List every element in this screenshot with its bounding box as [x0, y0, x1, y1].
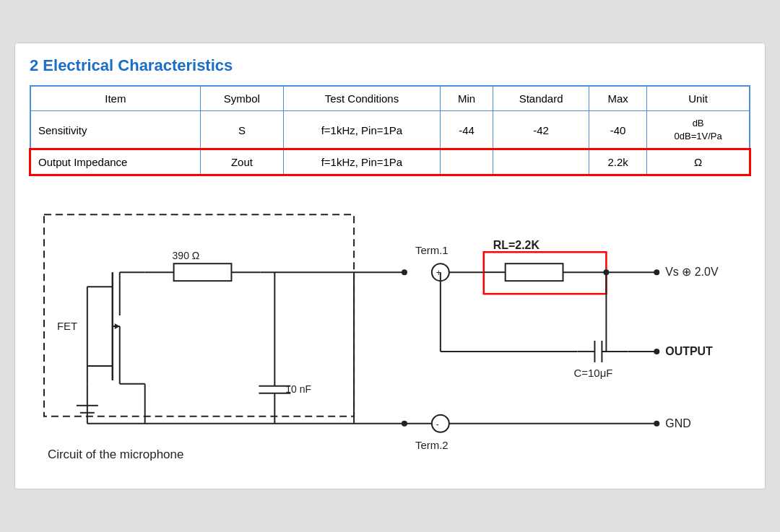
term1-label: Term.1 [415, 244, 448, 256]
fet-label: FET [57, 320, 77, 332]
term2-label: Term.2 [415, 439, 448, 451]
col-header-max: Max [589, 86, 647, 111]
row1-conditions: f=1kHz, Pin=1Pa [284, 110, 441, 149]
row2-item: Output Impedance [30, 149, 200, 175]
output-label: OUTPUT [665, 345, 713, 357]
table-row-highlighted: Output Impedance Zout f=1kHz, Pin=1Pa 2.… [30, 149, 750, 175]
row1-unit: dB0dB=1V/Pa [647, 110, 750, 149]
svg-point-54 [654, 421, 659, 427]
circuit-svg: FET 390 Ω [30, 193, 750, 474]
svg-point-51 [432, 415, 449, 432]
row2-symbol: Zout [200, 149, 283, 175]
minus-sign: - [436, 419, 439, 429]
row2-unit: Ω [647, 149, 750, 175]
svg-point-48 [654, 349, 659, 354]
col-header-min: Min [440, 86, 493, 111]
col-header-symbol: Symbol [200, 86, 283, 111]
row2-max: 2.2k [589, 149, 647, 175]
vs-label: Vs ⊕ 2.0V [665, 266, 719, 278]
circuit-caption: Circuit of the microphone [48, 448, 183, 461]
row1-max: -40 [589, 110, 647, 149]
col-header-unit: Unit [647, 86, 750, 111]
cap-label: C=10μF [573, 367, 612, 379]
col-header-conditions: Test Conditions [284, 86, 441, 111]
main-card: 2 Electrical Characteristics Item Symbol… [14, 43, 766, 489]
table-header-row: Item Symbol Test Conditions Min Standard… [30, 86, 750, 111]
ec-table: Item Symbol Test Conditions Min Standard… [30, 85, 750, 175]
svg-marker-11 [115, 323, 120, 329]
rl-label: RL=2.2K [493, 239, 540, 251]
circuit-diagram: FET 390 Ω [30, 193, 750, 474]
row1-min: -44 [440, 110, 493, 149]
svg-point-38 [654, 269, 659, 275]
gnd-label: GND [665, 417, 690, 429]
row2-standard [493, 149, 589, 175]
cap10nf-label: 10 nF [285, 383, 311, 395]
col-header-item: Item [30, 86, 200, 111]
row2-conditions: f=1kHz, Pin=1Pa [284, 149, 441, 175]
svg-rect-34 [506, 263, 563, 281]
svg-point-30 [402, 269, 407, 275]
row2-min [440, 149, 493, 175]
row1-item: Sensitivity [30, 110, 200, 149]
col-header-standard: Standard [493, 86, 589, 111]
row1-standard: -42 [493, 110, 589, 149]
table-row: Sensitivity S f=1kHz, Pin=1Pa -44 -42 -4… [30, 110, 750, 149]
r390-label: 390 Ω [173, 250, 200, 261]
section-title: 2 Electrical Characteristics [30, 56, 750, 75]
row1-symbol: S [200, 110, 283, 149]
svg-rect-20 [174, 263, 232, 281]
